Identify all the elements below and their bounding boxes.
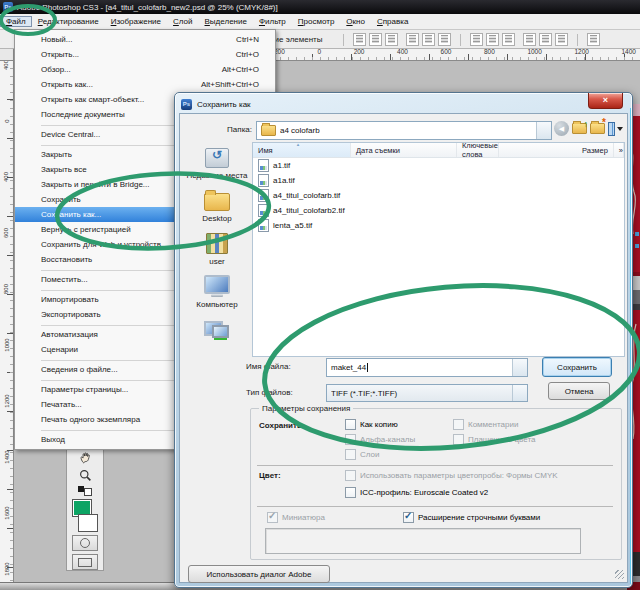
tiff-file-icon [258, 219, 269, 232]
checkbox-row[interactable]: ICC-профиль: Euroscale Coated v2 [345, 484, 558, 501]
tiff-file-icon [258, 159, 269, 172]
checkbox-row[interactable]: Миниатюра [267, 510, 403, 525]
menu-label: кно [353, 17, 365, 26]
column-header[interactable]: Дата съемки [351, 143, 457, 157]
options-bar-icon[interactable] [539, 33, 552, 46]
places-bar-item[interactable] [204, 318, 230, 343]
views-menu-button[interactable] [608, 121, 623, 136]
options-bar-icon[interactable] [406, 33, 419, 46]
new-folder-button[interactable]: * [590, 121, 605, 136]
column-header[interactable]: Имя▴ [253, 143, 351, 157]
menu-bar-item[interactable]: Фильтр [253, 16, 292, 27]
file-row[interactable]: a1.tif [253, 158, 624, 173]
filetype-label: Тип файлов: [246, 388, 293, 397]
filetype-dropdown[interactable]: TIFF (*.TIF;*.TIFF) [326, 384, 528, 402]
save-checks-col1: Как копию Альфа-каналы Слои [345, 417, 415, 462]
back-button[interactable]: ◀ [554, 121, 569, 136]
file-name: a4_titul_colofarb2.tif [273, 206, 345, 215]
folder-label: Папка: [212, 125, 252, 134]
checkbox-row[interactable]: Слои [345, 447, 415, 462]
ruler-label: 1000 [527, 48, 541, 57]
screen-mode-button[interactable] [72, 554, 98, 570]
places-bar-item[interactable]: user [204, 232, 230, 266]
menu-item-label: Обзор... [41, 65, 214, 74]
checkbox-row[interactable]: Использовать параметры цветопробы: Формы… [345, 467, 558, 484]
checkbox-row[interactable]: Как копию [345, 417, 415, 432]
ruler-corner [0, 48, 14, 61]
use-adobe-dialog-button[interactable]: Использовать диалог Adobe [188, 565, 330, 583]
ruler-label: 1000 [4, 338, 10, 351]
cancel-button[interactable]: Отмена [548, 382, 610, 400]
file-row[interactable]: lenta_a5.tif [253, 218, 624, 233]
menu-bar-item[interactable]: Справка [371, 16, 414, 27]
dialog-ps-icon: Ps [181, 99, 192, 110]
options-bar-icon[interactable] [470, 33, 483, 46]
filetype-value: TIFF (*.TIF;*.TIFF) [331, 389, 512, 398]
resize-grip[interactable] [615, 570, 624, 579]
options-bar-icon[interactable] [353, 33, 366, 46]
place-icon [204, 146, 230, 168]
column-header[interactable]: Ключевые слова [457, 143, 499, 157]
chevron-down-icon[interactable] [536, 122, 551, 139]
divider [257, 506, 613, 507]
file-menu-item[interactable]: Открыть... Ctrl+O [15, 47, 275, 62]
file-row[interactable]: a4_titul_colofarb.tif [253, 188, 624, 203]
file-menu-item[interactable]: Новый... Ctrl+N [15, 32, 275, 47]
checkbox-icon [345, 470, 356, 481]
checkbox-label: Как копию [360, 420, 398, 429]
file-menu-item[interactable]: Обзор... Alt+Ctrl+O [15, 62, 275, 77]
save-options-label: Сохранить: [259, 421, 305, 430]
options-bar-icon[interactable] [502, 33, 515, 46]
menu-bar-item[interactable]: Слой [167, 16, 198, 27]
checkbox-row[interactable]: Комментарии [453, 417, 535, 432]
checkbox-row[interactable]: Расширение строчными буквами [403, 510, 539, 525]
file-name: a1a.tif [273, 176, 295, 185]
places-bar-item[interactable]: Недавние места [187, 146, 248, 180]
options-bar-icon[interactable] [385, 33, 398, 46]
menu-bar-item[interactable]: Редактирование [32, 16, 105, 27]
chevron-down-icon[interactable] [512, 359, 527, 376]
options-bar-icon[interactable] [523, 33, 536, 46]
checkbox-icon [267, 512, 278, 523]
ruler-label: 400 [3, 172, 9, 182]
options-bar-icon[interactable] [422, 33, 435, 46]
places-bar-item[interactable]: Компьютер [196, 275, 237, 309]
ruler-label: 800 [484, 48, 495, 57]
column-header-label: Размер [582, 146, 608, 155]
file-row[interactable]: a1a.tif [253, 173, 624, 188]
options-bar-icon[interactable] [555, 33, 568, 46]
background-color-swatch[interactable] [78, 514, 98, 532]
swap-colors-icon[interactable] [78, 486, 92, 496]
menu-bar-item[interactable]: Файл [0, 16, 32, 27]
place-label: Компьютер [196, 300, 237, 309]
quick-mask-mode-button[interactable] [72, 535, 98, 551]
menu-label: ильтр [265, 17, 286, 26]
menu-bar-item[interactable]: Изображение [105, 16, 167, 27]
file-row[interactable]: a4_titul_colofarb2.tif [253, 203, 624, 218]
zoom-tool-button[interactable] [77, 468, 93, 484]
folder-dropdown[interactable]: a4 colofarb [256, 121, 552, 140]
checkbox-row[interactable]: Плашечные цвета [453, 432, 535, 447]
menu-bar-item[interactable]: Выделение [199, 16, 253, 27]
close-button[interactable]: × [588, 93, 623, 109]
menu-item-shortcut: Alt+Shift+Ctrl+O [201, 80, 259, 89]
up-one-level-button[interactable]: ↑ [572, 121, 587, 136]
options-bar-icon[interactable] [438, 33, 451, 46]
options-bar-icon[interactable] [369, 33, 382, 46]
options-bar-icon[interactable] [587, 33, 600, 46]
file-menu-item[interactable]: Открыть как... Alt+Shift+Ctrl+O [15, 77, 275, 92]
filename-input[interactable]: maket_44 [326, 358, 528, 377]
checkbox-row[interactable]: Альфа-каналы [345, 432, 415, 447]
text-caret [367, 363, 368, 372]
place-icon [204, 275, 230, 297]
column-header[interactable]: » [614, 143, 624, 157]
menu-item-label: Новый... [41, 35, 228, 44]
hand-tool-button[interactable] [77, 450, 93, 466]
options-bar-icon[interactable] [486, 33, 499, 46]
menu-bar-item[interactable]: Окно [340, 16, 371, 27]
column-header[interactable]: Размер [499, 143, 614, 157]
menu-bar-item[interactable]: Просмотр [292, 16, 341, 27]
places-bar-item[interactable]: Desktop [202, 189, 231, 223]
save-button[interactable]: Сохранить [542, 357, 612, 377]
chevron-down-icon[interactable] [512, 385, 527, 401]
